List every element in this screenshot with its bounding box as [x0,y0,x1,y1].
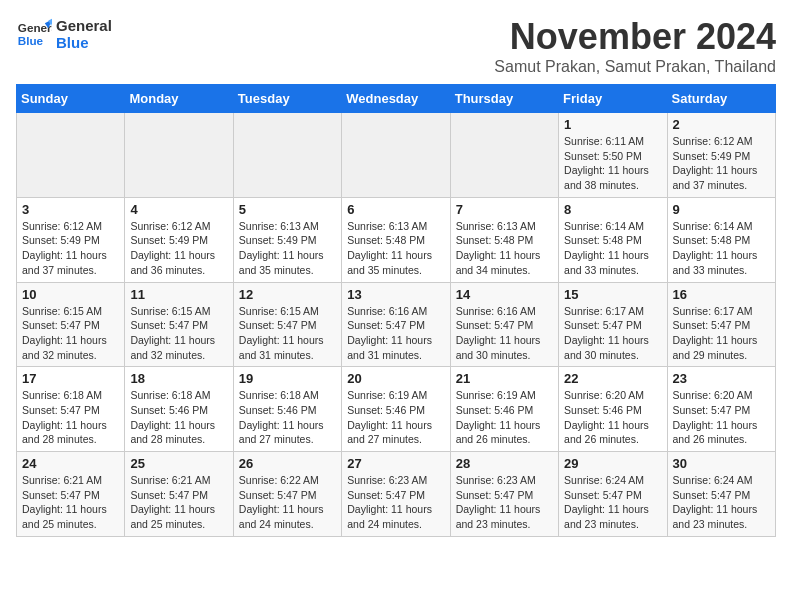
calendar-cell: 29Sunrise: 6:24 AM Sunset: 5:47 PM Dayli… [559,452,667,537]
day-info: Sunrise: 6:15 AM Sunset: 5:47 PM Dayligh… [239,304,336,363]
day-info: Sunrise: 6:24 AM Sunset: 5:47 PM Dayligh… [564,473,661,532]
calendar-cell: 11Sunrise: 6:15 AM Sunset: 5:47 PM Dayli… [125,282,233,367]
day-number: 8 [564,202,661,217]
calendar-cell: 8Sunrise: 6:14 AM Sunset: 5:48 PM Daylig… [559,197,667,282]
logo-icon: General Blue [16,16,52,52]
day-number: 18 [130,371,227,386]
calendar-cell: 6Sunrise: 6:13 AM Sunset: 5:48 PM Daylig… [342,197,450,282]
day-info: Sunrise: 6:18 AM Sunset: 5:47 PM Dayligh… [22,388,119,447]
day-number: 1 [564,117,661,132]
day-info: Sunrise: 6:20 AM Sunset: 5:47 PM Dayligh… [673,388,770,447]
calendar-week-row: 3Sunrise: 6:12 AM Sunset: 5:49 PM Daylig… [17,197,776,282]
calendar-cell: 28Sunrise: 6:23 AM Sunset: 5:47 PM Dayli… [450,452,558,537]
day-number: 15 [564,287,661,302]
day-number: 11 [130,287,227,302]
calendar-cell [233,113,341,198]
day-number: 2 [673,117,770,132]
calendar-cell: 3Sunrise: 6:12 AM Sunset: 5:49 PM Daylig… [17,197,125,282]
title-area: November 2024 Samut Prakan, Samut Prakan… [494,16,776,76]
day-of-week-header: Monday [125,85,233,113]
day-number: 20 [347,371,444,386]
day-info: Sunrise: 6:23 AM Sunset: 5:47 PM Dayligh… [347,473,444,532]
calendar-cell: 20Sunrise: 6:19 AM Sunset: 5:46 PM Dayli… [342,367,450,452]
calendar-cell: 5Sunrise: 6:13 AM Sunset: 5:49 PM Daylig… [233,197,341,282]
calendar-cell [342,113,450,198]
day-info: Sunrise: 6:17 AM Sunset: 5:47 PM Dayligh… [673,304,770,363]
day-info: Sunrise: 6:18 AM Sunset: 5:46 PM Dayligh… [239,388,336,447]
calendar-cell: 30Sunrise: 6:24 AM Sunset: 5:47 PM Dayli… [667,452,775,537]
calendar-cell: 16Sunrise: 6:17 AM Sunset: 5:47 PM Dayli… [667,282,775,367]
calendar-cell: 21Sunrise: 6:19 AM Sunset: 5:46 PM Dayli… [450,367,558,452]
calendar-cell: 10Sunrise: 6:15 AM Sunset: 5:47 PM Dayli… [17,282,125,367]
day-info: Sunrise: 6:16 AM Sunset: 5:47 PM Dayligh… [456,304,553,363]
calendar-cell [17,113,125,198]
location-title: Samut Prakan, Samut Prakan, Thailand [494,58,776,76]
day-number: 23 [673,371,770,386]
calendar-cell: 27Sunrise: 6:23 AM Sunset: 5:47 PM Dayli… [342,452,450,537]
calendar-cell: 2Sunrise: 6:12 AM Sunset: 5:49 PM Daylig… [667,113,775,198]
calendar-cell: 13Sunrise: 6:16 AM Sunset: 5:47 PM Dayli… [342,282,450,367]
day-number: 17 [22,371,119,386]
day-of-week-header: Saturday [667,85,775,113]
day-info: Sunrise: 6:12 AM Sunset: 5:49 PM Dayligh… [673,134,770,193]
day-number: 24 [22,456,119,471]
calendar-cell [450,113,558,198]
day-info: Sunrise: 6:21 AM Sunset: 5:47 PM Dayligh… [130,473,227,532]
calendar: SundayMondayTuesdayWednesdayThursdayFrid… [16,84,776,537]
day-number: 12 [239,287,336,302]
day-number: 3 [22,202,119,217]
day-of-week-header: Thursday [450,85,558,113]
day-number: 10 [22,287,119,302]
day-of-week-header: Wednesday [342,85,450,113]
day-number: 14 [456,287,553,302]
day-info: Sunrise: 6:19 AM Sunset: 5:46 PM Dayligh… [456,388,553,447]
calendar-cell: 24Sunrise: 6:21 AM Sunset: 5:47 PM Dayli… [17,452,125,537]
calendar-cell: 18Sunrise: 6:18 AM Sunset: 5:46 PM Dayli… [125,367,233,452]
calendar-cell: 23Sunrise: 6:20 AM Sunset: 5:47 PM Dayli… [667,367,775,452]
calendar-cell: 15Sunrise: 6:17 AM Sunset: 5:47 PM Dayli… [559,282,667,367]
logo-line1: General [56,17,112,34]
logo-line2: Blue [56,34,112,51]
day-info: Sunrise: 6:14 AM Sunset: 5:48 PM Dayligh… [564,219,661,278]
calendar-cell: 4Sunrise: 6:12 AM Sunset: 5:49 PM Daylig… [125,197,233,282]
day-number: 22 [564,371,661,386]
day-number: 16 [673,287,770,302]
day-info: Sunrise: 6:12 AM Sunset: 5:49 PM Dayligh… [130,219,227,278]
day-number: 5 [239,202,336,217]
calendar-cell: 9Sunrise: 6:14 AM Sunset: 5:48 PM Daylig… [667,197,775,282]
day-info: Sunrise: 6:15 AM Sunset: 5:47 PM Dayligh… [22,304,119,363]
day-info: Sunrise: 6:21 AM Sunset: 5:47 PM Dayligh… [22,473,119,532]
day-number: 28 [456,456,553,471]
day-number: 21 [456,371,553,386]
day-info: Sunrise: 6:12 AM Sunset: 5:49 PM Dayligh… [22,219,119,278]
calendar-cell: 1Sunrise: 6:11 AM Sunset: 5:50 PM Daylig… [559,113,667,198]
day-info: Sunrise: 6:13 AM Sunset: 5:48 PM Dayligh… [456,219,553,278]
day-info: Sunrise: 6:24 AM Sunset: 5:47 PM Dayligh… [673,473,770,532]
day-number: 6 [347,202,444,217]
svg-text:Blue: Blue [18,34,44,47]
day-number: 4 [130,202,227,217]
day-number: 25 [130,456,227,471]
day-number: 30 [673,456,770,471]
day-info: Sunrise: 6:15 AM Sunset: 5:47 PM Dayligh… [130,304,227,363]
day-number: 19 [239,371,336,386]
header: General Blue General Blue November 2024 … [16,16,776,76]
calendar-week-row: 10Sunrise: 6:15 AM Sunset: 5:47 PM Dayli… [17,282,776,367]
day-number: 26 [239,456,336,471]
calendar-header-row: SundayMondayTuesdayWednesdayThursdayFrid… [17,85,776,113]
day-number: 27 [347,456,444,471]
calendar-cell: 19Sunrise: 6:18 AM Sunset: 5:46 PM Dayli… [233,367,341,452]
day-info: Sunrise: 6:16 AM Sunset: 5:47 PM Dayligh… [347,304,444,363]
calendar-week-row: 24Sunrise: 6:21 AM Sunset: 5:47 PM Dayli… [17,452,776,537]
day-info: Sunrise: 6:23 AM Sunset: 5:47 PM Dayligh… [456,473,553,532]
calendar-cell: 17Sunrise: 6:18 AM Sunset: 5:47 PM Dayli… [17,367,125,452]
day-info: Sunrise: 6:20 AM Sunset: 5:46 PM Dayligh… [564,388,661,447]
day-of-week-header: Tuesday [233,85,341,113]
day-info: Sunrise: 6:22 AM Sunset: 5:47 PM Dayligh… [239,473,336,532]
month-title: November 2024 [494,16,776,58]
day-of-week-header: Sunday [17,85,125,113]
calendar-cell [125,113,233,198]
calendar-cell: 22Sunrise: 6:20 AM Sunset: 5:46 PM Dayli… [559,367,667,452]
day-number: 29 [564,456,661,471]
calendar-cell: 7Sunrise: 6:13 AM Sunset: 5:48 PM Daylig… [450,197,558,282]
